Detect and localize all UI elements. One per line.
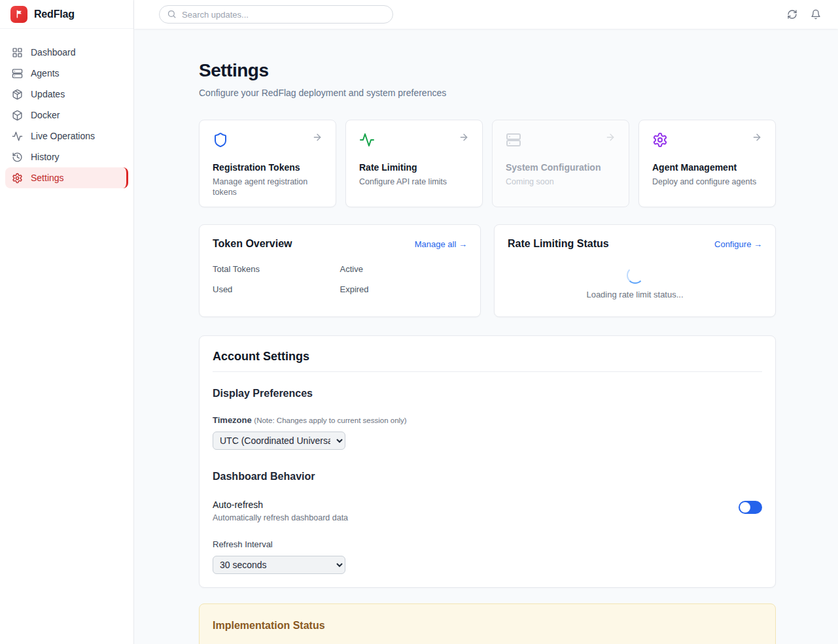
page-title: Settings [199,60,776,81]
token-overview-title: Token Overview [213,238,292,250]
stat-total-tokens: Total Tokens [213,264,340,274]
gear-icon [652,132,668,148]
implementation-status-panel: Implementation Status ✔ Implemented Feat… [199,603,776,644]
sidebar-header: RedFlag [0,0,133,29]
topbar [134,0,838,29]
redflag-logo-icon [10,6,27,23]
arrow-right-icon [605,132,616,143]
shield-icon [213,132,228,148]
refresh-icon[interactable] [787,9,797,20]
card-description: Deploy and configure agents [652,177,762,187]
main-area: Settings Configure your RedFlag deployme… [134,0,838,644]
arrow-right-icon [459,132,469,143]
auto-refresh-toggle[interactable] [739,501,762,514]
implementation-status-title: Implementation Status [213,620,762,632]
sidebar-item-dashboard[interactable]: Dashboard [5,42,128,63]
search-wrap [159,5,393,24]
stat-active: Active [340,264,468,274]
timezone-label-row: Timezone (Note: Changes apply to current… [213,415,762,425]
card-description: Configure API rate limits [359,177,469,187]
history-clock-icon [12,152,23,163]
sidebar-item-label: History [31,152,60,162]
account-settings-card: Account Settings Display Preferences Tim… [199,335,776,588]
sidebar-item-label: Dashboard [31,47,76,58]
app-window: RedFlag Dashboard Agents Updates [0,0,838,644]
auto-refresh-row: Auto-refresh Automatically refresh dashb… [213,500,762,522]
card-rate-limiting[interactable]: Rate Limiting Configure API rate limits [345,120,483,207]
timezone-label: Timezone [213,415,252,425]
sidebar-item-label: Live Operations [31,131,95,141]
refresh-interval-select[interactable]: 30 seconds [213,556,345,574]
card-registration-tokens[interactable]: Registration Tokens Manage agent registr… [199,120,336,207]
settings-cards: Registration Tokens Manage agent registr… [199,120,776,207]
token-overview-panel: Token Overview Manage all → Total Tokens… [199,224,481,317]
sidebar-item-label: Agents [31,68,60,78]
arrow-right-icon [752,132,762,143]
settings-page: Settings Configure your RedFlag deployme… [134,29,838,644]
overview-row: Token Overview Manage all → Total Tokens… [199,224,776,317]
auto-refresh-text: Auto-refresh Automatically refresh dashb… [213,500,348,522]
activity-icon [12,131,23,142]
rate-limiting-status-panel: Rate Limiting Status Configure → Loading… [494,224,776,317]
activity-icon [359,132,375,148]
stat-used: Used [213,284,340,294]
sidebar: RedFlag Dashboard Agents Updates [0,0,134,644]
sidebar-item-label: Settings [31,173,64,183]
auto-refresh-label: Auto-refresh [213,500,348,510]
refresh-interval-label: Refresh Interval [213,539,762,549]
card-system-configuration: System Configuration Coming soon [492,120,629,207]
loading-spinner-icon [627,267,644,284]
bell-icon[interactable] [811,9,821,20]
configure-link[interactable]: Configure → [714,239,762,249]
card-title: Rate Limiting [359,162,469,173]
server-icon [12,68,23,79]
loading-box: Loading rate limit status... [508,267,762,299]
loading-text: Loading rate limit status... [586,290,683,299]
toggle-knob [740,502,750,513]
card-description: Manage agent registration tokens [213,177,323,198]
stat-expired: Expired [340,284,468,294]
sidebar-item-docker[interactable]: Docker [5,105,128,126]
sidebar-item-label: Updates [31,89,65,99]
package-icon [12,89,23,100]
card-title: Agent Management [652,162,762,173]
brand-name: RedFlag [34,8,75,20]
card-description: Coming soon [506,177,616,187]
timezone-note: (Note: Changes apply to current session … [254,416,406,424]
manage-all-link[interactable]: Manage all → [415,239,467,249]
sidebar-nav: Dashboard Agents Updates Docker [0,29,133,188]
card-title: Registration Tokens [213,162,323,173]
sidebar-item-updates[interactable]: Updates [5,84,128,105]
dashboard-grid-icon [12,47,23,58]
token-stats: Total Tokens Active Used Expired [213,264,467,294]
sidebar-item-label: Docker [31,110,60,120]
search-input[interactable] [159,5,393,24]
auto-refresh-description: Automatically refresh dashboard data [213,513,348,522]
gear-icon [12,173,23,184]
display-preferences-heading: Display Preferences [213,388,762,399]
container-box-icon [12,110,23,121]
arrow-right-icon [312,132,323,143]
sidebar-item-live-operations[interactable]: Live Operations [5,126,128,146]
account-settings-title: Account Settings [213,350,762,372]
sidebar-item-settings[interactable]: Settings [5,167,128,188]
search-icon [167,9,177,19]
server-icon [506,132,521,148]
sidebar-item-agents[interactable]: Agents [5,63,128,84]
dashboard-behavior-heading: Dashboard Behavior [213,471,762,483]
card-title: System Configuration [506,162,616,173]
topbar-actions [787,9,821,20]
sidebar-item-history[interactable]: History [5,146,128,167]
rate-status-title: Rate Limiting Status [508,238,609,250]
timezone-select[interactable]: UTC (Coordinated Universal Time) [213,432,345,450]
page-subtitle: Configure your RedFlag deployment and sy… [199,88,776,98]
card-agent-management[interactable]: Agent Management Deploy and configure ag… [638,120,776,207]
